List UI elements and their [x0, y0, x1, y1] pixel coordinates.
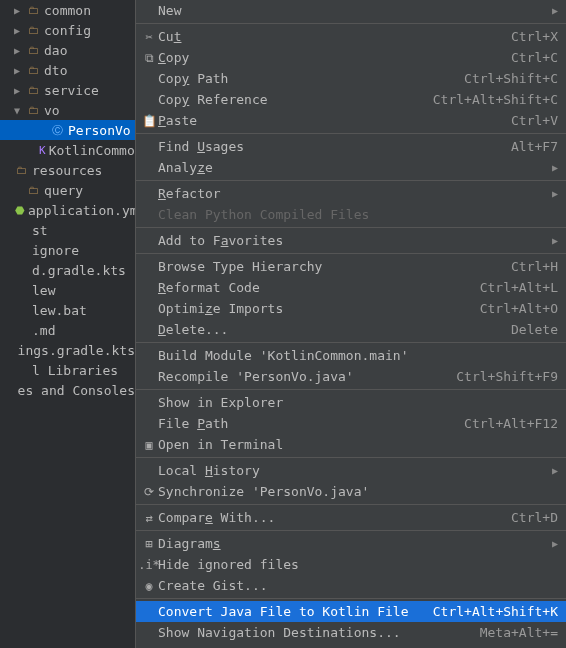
expand-arrow-icon[interactable]: ▶	[12, 85, 22, 96]
menu-item[interactable]: ⊙Show Module Configuration	[136, 643, 566, 648]
tree-item[interactable]: ▶🗀service	[0, 80, 135, 100]
tree-item[interactable]: es and Consoles	[0, 380, 135, 400]
expand-arrow-icon[interactable]: ▶	[12, 5, 22, 16]
tree-item[interactable]: ▶🗀dto	[0, 60, 135, 80]
tree-item[interactable]: ▶🗀common	[0, 0, 135, 20]
tree-item[interactable]: 🗀query	[0, 180, 135, 200]
tree-item[interactable]: st	[0, 220, 135, 240]
menu-separator	[136, 253, 566, 254]
tree-item[interactable]: ▶🗀dao	[0, 40, 135, 60]
menu-item[interactable]: Reformat CodeCtrl+Alt+L	[136, 277, 566, 298]
expand-arrow-icon[interactable]: ▶	[12, 25, 22, 36]
expand-arrow-icon[interactable]: ▼	[12, 105, 22, 116]
menu-item-shortcut: Ctrl+C	[511, 50, 558, 65]
menu-item-label: Cut	[158, 29, 511, 44]
menu-item[interactable]: Optimize ImportsCtrl+Alt+O	[136, 298, 566, 319]
folder-icon: 🗀	[25, 22, 41, 38]
menu-item[interactable]: ✂CutCtrl+X	[136, 26, 566, 47]
menu-item-icon: ◉	[140, 579, 158, 593]
tree-item-label: d.gradle.kts	[32, 263, 126, 278]
folder-icon: 🗀	[13, 162, 29, 178]
menu-item[interactable]: Recompile 'PersonVo.java'Ctrl+Shift+F9	[136, 366, 566, 387]
menu-item[interactable]: Build Module 'KotlinCommon.main'	[136, 345, 566, 366]
menu-item[interactable]: Convert Java File to Kotlin FileCtrl+Alt…	[136, 601, 566, 622]
menu-item-label: Local History	[158, 463, 546, 478]
menu-item[interactable]: Delete...Delete	[136, 319, 566, 340]
tree-item[interactable]: ▶🗀config	[0, 20, 135, 40]
folder-icon: 🗀	[25, 62, 41, 78]
menu-item-label: Analyze	[158, 160, 546, 175]
menu-item[interactable]: Show in Explorer	[136, 392, 566, 413]
menu-item-label: Clean Python Compiled Files	[158, 207, 558, 222]
submenu-arrow-icon: ▶	[552, 188, 558, 199]
tree-item[interactable]: KKotlinCommonA	[0, 140, 135, 160]
tree-item[interactable]: lew.bat	[0, 300, 135, 320]
menu-item-label: Reformat Code	[158, 280, 480, 295]
tree-item-label: query	[44, 183, 83, 198]
tree-item[interactable]: lew	[0, 280, 135, 300]
menu-item-shortcut: Ctrl+X	[511, 29, 558, 44]
menu-item-icon: ✂	[140, 30, 158, 44]
tree-item[interactable]: ⒸPersonVo	[0, 120, 135, 140]
menu-item-label: Delete...	[158, 322, 511, 337]
tree-item[interactable]: ings.gradle.kts	[0, 340, 135, 360]
menu-item[interactable]: ⇄Compare With...Ctrl+D	[136, 507, 566, 528]
folder-icon: 🗀	[25, 182, 41, 198]
project-tree[interactable]: ▶🗀common▶🗀config▶🗀dao▶🗀dto▶🗀service▼🗀voⒸ…	[0, 0, 135, 648]
tree-item[interactable]: .md	[0, 320, 135, 340]
menu-item-label: New	[158, 3, 546, 18]
menu-item-shortcut: Ctrl+Shift+F9	[456, 369, 558, 384]
expand-arrow-icon[interactable]: ▶	[12, 45, 22, 56]
menu-item[interactable]: Add to Favorites▶	[136, 230, 566, 251]
menu-item[interactable]: .i*Hide ignored files	[136, 554, 566, 575]
menu-item[interactable]: ⟳Synchronize 'PersonVo.java'	[136, 481, 566, 502]
menu-separator	[136, 227, 566, 228]
menu-item-shortcut: Ctrl+Alt+Shift+K	[433, 604, 558, 619]
tree-item-label: l Libraries	[32, 363, 118, 378]
menu-item-icon: ▣	[140, 438, 158, 452]
menu-item[interactable]: ⊞Diagrams▶	[136, 533, 566, 554]
blank-icon	[7, 342, 14, 358]
menu-item-label: Convert Java File to Kotlin File	[158, 604, 433, 619]
tree-item[interactable]: ⬣application.yml	[0, 200, 135, 220]
menu-item-label: Add to Favorites	[158, 233, 546, 248]
blank-icon	[13, 322, 29, 338]
tree-item-label: es and Consoles	[18, 383, 135, 398]
menu-item[interactable]: ◉Create Gist...	[136, 575, 566, 596]
tree-item[interactable]: ignore	[0, 240, 135, 260]
menu-item[interactable]: File PathCtrl+Alt+F12	[136, 413, 566, 434]
menu-separator	[136, 180, 566, 181]
tree-item[interactable]: ▼🗀vo	[0, 100, 135, 120]
menu-item-shortcut: Ctrl+Alt+Shift+C	[433, 92, 558, 107]
blank-icon	[13, 262, 29, 278]
kclass-icon: Ⓒ	[49, 122, 65, 138]
tree-item[interactable]: 🗀resources	[0, 160, 135, 180]
menu-item[interactable]: ▣Open in Terminal	[136, 434, 566, 455]
menu-separator	[136, 457, 566, 458]
yml-icon: ⬣	[15, 202, 25, 218]
menu-item-label: Paste	[158, 113, 511, 128]
tree-item[interactable]: d.gradle.kts	[0, 260, 135, 280]
menu-item[interactable]: Copy PathCtrl+Shift+C	[136, 68, 566, 89]
menu-item-icon: ⧉	[140, 51, 158, 65]
menu-item[interactable]: 📋PasteCtrl+V	[136, 110, 566, 131]
menu-item[interactable]: Refactor▶	[136, 183, 566, 204]
menu-item[interactable]: ⧉CopyCtrl+C	[136, 47, 566, 68]
menu-item[interactable]: New▶	[136, 0, 566, 21]
tree-item-label: application.yml	[28, 203, 135, 218]
tree-item[interactable]: l Libraries	[0, 360, 135, 380]
menu-item-label: Browse Type Hierarchy	[158, 259, 511, 274]
menu-item-shortcut: Delete	[511, 322, 558, 337]
menu-item-label: Diagrams	[158, 536, 546, 551]
menu-item[interactable]: Show Navigation Destinations...Meta+Alt+…	[136, 622, 566, 643]
menu-item-label: Refactor	[158, 186, 546, 201]
menu-item[interactable]: Analyze▶	[136, 157, 566, 178]
expand-arrow-icon[interactable]: ▶	[12, 65, 22, 76]
menu-item-label: Find Usages	[158, 139, 511, 154]
folder-icon: 🗀	[25, 42, 41, 58]
menu-item[interactable]: Browse Type HierarchyCtrl+H	[136, 256, 566, 277]
menu-item[interactable]: Copy ReferenceCtrl+Alt+Shift+C	[136, 89, 566, 110]
menu-item-shortcut: Ctrl+Shift+C	[464, 71, 558, 86]
menu-item[interactable]: Local History▶	[136, 460, 566, 481]
menu-item[interactable]: Find UsagesAlt+F7	[136, 136, 566, 157]
